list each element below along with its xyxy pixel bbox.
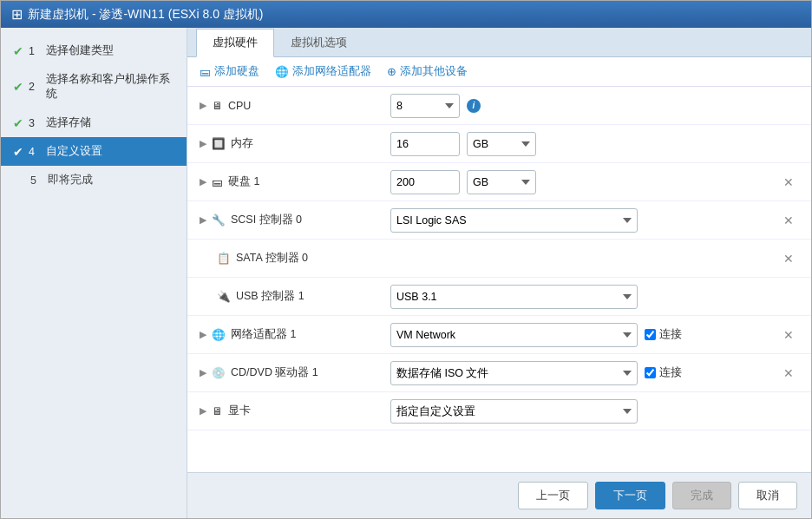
add-disk-icon: 🖴 bbox=[200, 66, 211, 78]
network1-remove-button[interactable]: ✕ bbox=[778, 328, 799, 342]
sidebar: ✔ 1 选择创建类型 ✔ 2 选择名称和客户机操作系统 ✔ 3 选择存储 ✔ 4… bbox=[1, 28, 187, 518]
cpu-expand[interactable]: ▶ bbox=[200, 100, 206, 111]
config-area: ▶ 🖥 CPU 8 1 2 4 16 i bbox=[187, 87, 811, 472]
disk1-size-input[interactable] bbox=[390, 170, 460, 194]
scsi0-controls: LSI Logic SAS VMware 准虚拟 LSI Logic 并行 ✕ bbox=[390, 208, 799, 233]
cddvd1-label: ▶ 💿 CD/DVD 驱动器 1 bbox=[200, 365, 390, 380]
usb1-controls: USB 3.1 USB 2.0 USB 3.0 bbox=[390, 285, 799, 309]
memory-unit-select[interactable]: GB MB bbox=[467, 132, 536, 156]
usb1-row: 🔌 USB 控制器 1 USB 3.1 USB 2.0 USB 3.0 bbox=[187, 278, 811, 316]
sata0-controls: ✕ bbox=[390, 252, 799, 266]
network1-controls: VM Network Management Network 连接 ✕ bbox=[390, 323, 799, 347]
check-icon-step2: ✔ bbox=[13, 80, 23, 94]
memory-input[interactable] bbox=[390, 132, 460, 156]
finish-button: 完成 bbox=[672, 482, 731, 509]
network1-connected-checkbox[interactable] bbox=[645, 329, 656, 340]
add-network-button[interactable]: 🌐 添加网络适配器 bbox=[275, 64, 371, 79]
tab-bar: 虚拟硬件 虚拟机选项 bbox=[187, 28, 811, 57]
add-disk-button[interactable]: 🖴 添加硬盘 bbox=[200, 64, 259, 79]
next-button[interactable]: 下一页 bbox=[595, 482, 665, 509]
usb1-type-select[interactable]: USB 3.1 USB 2.0 USB 3.0 bbox=[390, 285, 638, 309]
cddvd1-expand[interactable]: ▶ bbox=[200, 367, 206, 378]
memory-icon: 🔲 bbox=[212, 137, 226, 150]
cpu-label: ▶ 🖥 CPU bbox=[200, 100, 390, 112]
network1-row: ▶ 🌐 网络适配器 1 VM Network Management Networ… bbox=[187, 316, 811, 354]
disk1-remove-button[interactable]: ✕ bbox=[778, 175, 799, 189]
cddvd1-connected-checkbox[interactable] bbox=[645, 367, 656, 378]
display-icon: 🖥 bbox=[212, 405, 223, 417]
add-other-button[interactable]: ⊕ 添加其他设备 bbox=[387, 64, 468, 79]
check-icon-step4: ✔ bbox=[13, 145, 23, 159]
tab-virtual-hardware[interactable]: 虚拟硬件 bbox=[196, 29, 274, 57]
disk1-controls: GB MB TB ✕ bbox=[390, 170, 799, 194]
sata0-icon: 📋 bbox=[217, 252, 231, 265]
cddvd1-remove-button[interactable]: ✕ bbox=[778, 366, 799, 380]
disk1-expand[interactable]: ▶ bbox=[200, 176, 206, 187]
network1-label: ▶ 🌐 网络适配器 1 bbox=[200, 327, 390, 342]
scsi0-icon: 🔧 bbox=[212, 214, 226, 227]
sata0-row: 📋 SATA 控制器 0 ✕ bbox=[187, 240, 811, 278]
scsi0-expand[interactable]: ▶ bbox=[200, 214, 206, 226]
display-type-select[interactable]: 指定自定义设置 自动检测设置 bbox=[390, 399, 638, 424]
cddvd1-type-select[interactable]: 数据存储 ISO 文件 客户端设备 主机设备 bbox=[390, 361, 638, 385]
main-panel: 虚拟硬件 虚拟机选项 🖴 添加硬盘 🌐 添加网络适配器 ⊕ 添加其他 bbox=[187, 28, 811, 518]
content-area: ✔ 1 选择创建类型 ✔ 2 选择名称和客户机操作系统 ✔ 3 选择存储 ✔ 4… bbox=[1, 28, 811, 518]
usb1-label: 🔌 USB 控制器 1 bbox=[200, 289, 390, 304]
cpu-row: ▶ 🖥 CPU 8 1 2 4 16 i bbox=[187, 87, 811, 125]
display-expand[interactable]: ▶ bbox=[200, 405, 206, 417]
display-controls: 指定自定义设置 自动检测设置 bbox=[390, 399, 799, 424]
scsi0-label: ▶ 🔧 SCSI 控制器 0 bbox=[200, 213, 390, 227]
network1-connected-label: 连接 bbox=[645, 327, 682, 342]
memory-label: ▶ 🔲 内存 bbox=[200, 136, 390, 151]
sidebar-item-step5[interactable]: 5 即将完成 bbox=[1, 166, 187, 194]
add-network-icon: 🌐 bbox=[275, 65, 289, 78]
add-other-icon: ⊕ bbox=[387, 65, 396, 78]
disk1-label: ▶ 🖴 硬盘 1 bbox=[200, 174, 390, 189]
main-window: ⊞ 新建虚拟机 - 渗透-WIN11 (ESXi 8.0 虚拟机) ✔ 1 选择… bbox=[0, 0, 812, 519]
memory-expand[interactable]: ▶ bbox=[200, 138, 206, 149]
cancel-button[interactable]: 取消 bbox=[738, 482, 797, 509]
network1-icon: 🌐 bbox=[212, 328, 226, 341]
cpu-icon: 🖥 bbox=[212, 100, 223, 112]
memory-row: ▶ 🔲 内存 GB MB bbox=[187, 125, 811, 163]
disk1-unit-select[interactable]: GB MB TB bbox=[467, 170, 536, 194]
sidebar-item-step2[interactable]: ✔ 2 选择名称和客户机操作系统 bbox=[1, 65, 187, 108]
memory-controls: GB MB bbox=[390, 132, 799, 156]
usb1-icon: 🔌 bbox=[217, 290, 231, 303]
disk1-icon: 🖴 bbox=[212, 176, 223, 188]
cpu-info-icon[interactable]: i bbox=[467, 99, 481, 113]
title-bar: ⊞ 新建虚拟机 - 渗透-WIN11 (ESXi 8.0 虚拟机) bbox=[1, 1, 811, 28]
sidebar-item-step1[interactable]: ✔ 1 选择创建类型 bbox=[1, 36, 187, 65]
toolbar: 🖴 添加硬盘 🌐 添加网络适配器 ⊕ 添加其他设备 bbox=[187, 57, 811, 87]
cddvd1-row: ▶ 💿 CD/DVD 驱动器 1 数据存储 ISO 文件 客户端设备 主机设备 … bbox=[187, 354, 811, 392]
scsi0-remove-button[interactable]: ✕ bbox=[778, 214, 799, 227]
disk1-row: ▶ 🖴 硬盘 1 GB MB TB ✕ bbox=[187, 163, 811, 201]
scsi0-type-select[interactable]: LSI Logic SAS VMware 准虚拟 LSI Logic 并行 bbox=[390, 208, 638, 233]
cddvd1-icon: 💿 bbox=[212, 366, 226, 379]
cddvd1-connected-label: 连接 bbox=[645, 365, 682, 380]
check-icon-step1: ✔ bbox=[13, 44, 23, 58]
display-label: ▶ 🖥 显卡 bbox=[200, 404, 390, 418]
sata0-label: 📋 SATA 控制器 0 bbox=[200, 251, 390, 266]
network1-expand[interactable]: ▶ bbox=[200, 329, 206, 340]
window-title: 新建虚拟机 - 渗透-WIN11 (ESXi 8.0 虚拟机) bbox=[28, 7, 263, 23]
network1-type-select[interactable]: VM Network Management Network bbox=[390, 323, 638, 347]
scsi0-row: ▶ 🔧 SCSI 控制器 0 LSI Logic SAS VMware 准虚拟 … bbox=[187, 201, 811, 240]
sidebar-item-step3[interactable]: ✔ 3 选择存储 bbox=[1, 108, 187, 137]
sidebar-item-step4[interactable]: ✔ 4 自定义设置 bbox=[1, 137, 187, 166]
sata0-remove-button[interactable]: ✕ bbox=[778, 252, 799, 266]
window-icon: ⊞ bbox=[11, 6, 23, 23]
tab-vm-options[interactable]: 虚拟机选项 bbox=[274, 29, 363, 57]
footer: 上一页 下一页 完成 取消 bbox=[187, 472, 811, 518]
prev-button[interactable]: 上一页 bbox=[518, 482, 588, 509]
check-icon-step3: ✔ bbox=[13, 116, 23, 130]
cpu-controls: 8 1 2 4 16 i bbox=[390, 94, 799, 118]
cddvd1-controls: 数据存储 ISO 文件 客户端设备 主机设备 连接 ✕ bbox=[390, 361, 799, 385]
cpu-select[interactable]: 8 1 2 4 16 bbox=[390, 94, 460, 118]
display-row: ▶ 🖥 显卡 指定自定义设置 自动检测设置 bbox=[187, 392, 811, 430]
